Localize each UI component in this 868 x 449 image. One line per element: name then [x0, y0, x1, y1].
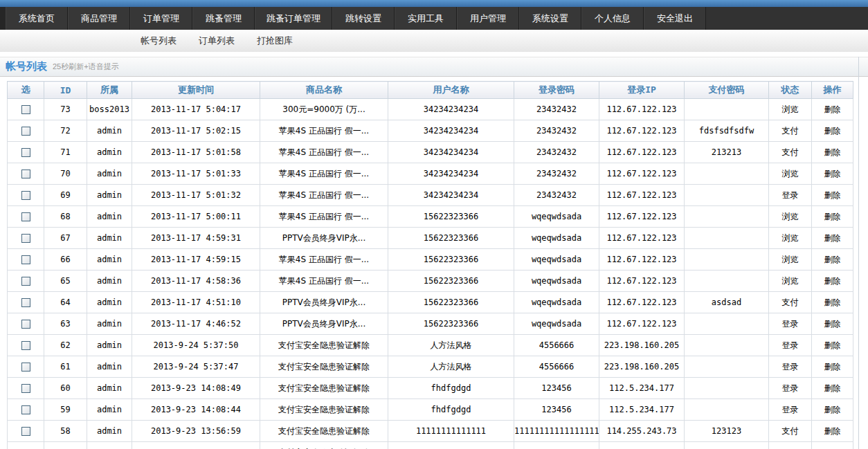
- row-checkbox[interactable]: [21, 127, 30, 136]
- delete-link[interactable]: 删除: [824, 340, 841, 350]
- row-checkbox[interactable]: [21, 148, 30, 157]
- password-cell: 123456: [514, 378, 599, 399]
- select-cell: [8, 313, 44, 335]
- pay_password-cell: [685, 249, 769, 271]
- ip-cell: [599, 442, 685, 449]
- row-checkbox[interactable]: [21, 277, 30, 286]
- owner-cell: admin: [87, 378, 132, 399]
- product-cell: 支付宝安全隐患验证解除: [260, 442, 388, 449]
- delete-link[interactable]: 删除: [824, 383, 841, 393]
- delete-link[interactable]: 删除: [824, 405, 841, 414]
- user-cell: 34234234234: [388, 120, 514, 142]
- section-header: 帐号列表 25秒刷新+语音提示: [0, 57, 868, 77]
- delete-link[interactable]: 删除: [824, 255, 841, 264]
- pay_password-cell: asdsad: [685, 292, 769, 313]
- row-checkbox[interactable]: [21, 212, 30, 221]
- nav-item-2[interactable]: 商品管理: [68, 7, 130, 30]
- action-cell: 删除: [812, 378, 853, 399]
- nav-item-10[interactable]: 个人信息: [581, 7, 644, 30]
- select-cell: [8, 228, 44, 249]
- delete-link[interactable]: 删除: [824, 104, 841, 114]
- delete-link[interactable]: 删除: [824, 147, 841, 157]
- nav-item-3[interactable]: 订单管理: [130, 7, 192, 30]
- password-cell: 4556666: [514, 335, 599, 356]
- status-cell: 支付: [769, 120, 812, 142]
- row-checkbox[interactable]: [21, 341, 30, 350]
- select-cell: [8, 271, 44, 292]
- main-nav: 系统首页商品管理订单管理跳蚤管理跳蚤订单管理跳转设置实用工具用户管理系统设置个人…: [0, 7, 868, 30]
- id-cell: 62: [44, 335, 87, 356]
- product-cell: 苹果4S 正品国行 假一...: [260, 163, 388, 185]
- row-checkbox[interactable]: [21, 191, 30, 200]
- column-header: 用户名称: [388, 82, 514, 99]
- nav-item-6[interactable]: 跳转设置: [332, 7, 395, 30]
- row-checkbox[interactable]: [21, 298, 30, 307]
- row-checkbox[interactable]: [21, 427, 30, 436]
- row-checkbox[interactable]: [21, 384, 30, 393]
- product-cell: 支付宝安全隐患验证解除: [260, 335, 388, 356]
- delete-link[interactable]: 删除: [824, 319, 841, 329]
- action-cell: 删除: [812, 185, 853, 206]
- select-cell: [8, 185, 44, 206]
- action-cell: 删除: [812, 421, 853, 442]
- subnav-item-2[interactable]: 订单列表: [199, 35, 235, 47]
- ip-cell: 223.198.160.205: [599, 335, 685, 356]
- owner-cell: [87, 442, 132, 449]
- delete-link[interactable]: 删除: [824, 212, 841, 221]
- nav-item-4[interactable]: 跳蚤管理: [192, 7, 255, 30]
- nav-item-1[interactable]: 系统首页: [6, 7, 68, 30]
- nav-item-9[interactable]: 系统设置: [519, 7, 581, 30]
- row-checkbox[interactable]: [21, 363, 30, 372]
- select-cell: [8, 442, 44, 449]
- owner-cell: boss2013: [87, 99, 132, 120]
- user-cell: 15622323366: [388, 206, 514, 228]
- table-row: 58admin2013-9-23 13:56:59支付宝安全隐患验证解除1111…: [8, 421, 853, 442]
- nav-item-7[interactable]: 实用工具: [395, 7, 457, 30]
- owner-cell: admin: [87, 120, 132, 142]
- row-checkbox[interactable]: [21, 405, 30, 414]
- pay_password-cell: [685, 378, 769, 399]
- product-cell: PPTV会员终身VIP永...: [260, 313, 388, 335]
- row-checkbox[interactable]: [21, 234, 30, 243]
- user-cell: 15622323366: [388, 249, 514, 271]
- pay_password-cell: 123123: [685, 421, 769, 442]
- delete-link[interactable]: 删除: [824, 362, 841, 372]
- select-cell: [8, 335, 44, 356]
- user-cell: 人方法风格: [388, 356, 514, 378]
- row-checkbox[interactable]: [21, 320, 30, 329]
- delete-link[interactable]: 删除: [824, 126, 841, 136]
- column-header: 登录IP: [599, 82, 685, 99]
- password-cell: wqeqwdsada: [514, 206, 599, 228]
- password-cell: 4556666: [514, 356, 599, 378]
- product-cell: 苹果4S 正品国行 假一...: [260, 142, 388, 163]
- delete-link[interactable]: 删除: [824, 426, 841, 436]
- nav-item-8[interactable]: 用户管理: [457, 7, 519, 30]
- row-checkbox[interactable]: [21, 169, 30, 178]
- pay_password-cell: [685, 163, 769, 185]
- product-cell: 300元=9000万 (万...: [260, 99, 388, 120]
- action-cell: 删除: [812, 335, 853, 356]
- refresh-hint: 25秒刷新+语音提示: [53, 62, 119, 72]
- nav-item-5[interactable]: 跳蚤订单管理: [255, 7, 332, 30]
- delete-link[interactable]: 删除: [824, 190, 841, 200]
- id-cell: 71: [44, 142, 87, 163]
- product-cell: 支付宝安全隐患验证解除: [260, 421, 388, 442]
- delete-link[interactable]: 删除: [824, 276, 841, 286]
- user-cell: 15622323366: [388, 271, 514, 292]
- content-right-border: [858, 57, 859, 449]
- password-cell: [514, 442, 599, 449]
- row-checkbox[interactable]: [21, 255, 30, 264]
- time-cell: 2013-11-17 4:58:36: [132, 271, 260, 292]
- subnav-item-3[interactable]: 打抢图库: [257, 35, 293, 47]
- subnav-item-1[interactable]: 帐号列表: [141, 35, 177, 47]
- password-cell: 23432432: [514, 120, 599, 142]
- nav-item-11[interactable]: 安全退出: [644, 7, 706, 30]
- delete-link[interactable]: 删除: [824, 297, 841, 307]
- row-checkbox[interactable]: [21, 105, 30, 114]
- password-cell: wqeqwdsada: [514, 292, 599, 313]
- ip-cell: 112.67.122.123: [599, 249, 685, 271]
- column-header: 登录密码: [514, 82, 599, 99]
- delete-link[interactable]: 删除: [824, 169, 841, 178]
- delete-link[interactable]: 删除: [824, 233, 841, 243]
- owner-cell: admin: [87, 185, 132, 206]
